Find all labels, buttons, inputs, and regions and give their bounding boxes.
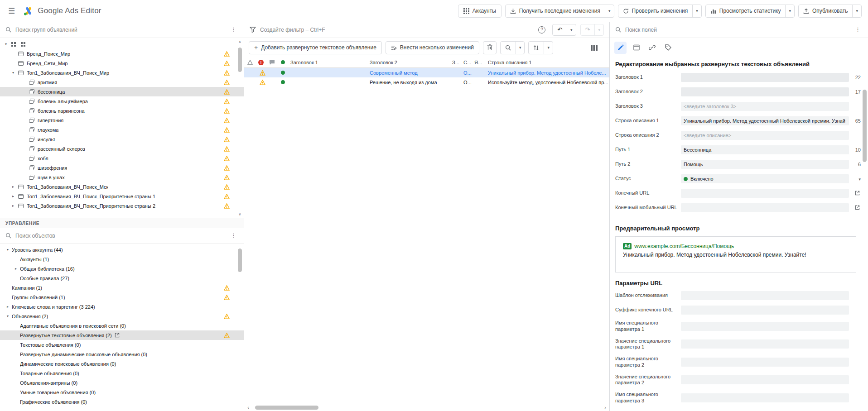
hamburger-menu-icon[interactable]: ☰ <box>6 5 17 17</box>
open-url-button[interactable] <box>849 190 862 197</box>
find-button[interactable] <box>501 42 516 54</box>
management-tree-item[interactable]: Группы объявлений (1) <box>0 292 244 302</box>
add-text-ad-button[interactable]: + Добавить развернутое текстовое объявле… <box>249 41 382 54</box>
cell-h2[interactable]: Решение, не выходя из дома <box>367 80 449 85</box>
adgroup-tree-item[interactable]: ▸Топ1_Заболевания_ВЧ_Поиск_Приоритетные … <box>0 201 244 210</box>
warning-column-icon[interactable] <box>244 60 256 65</box>
adgroup-tree-item[interactable]: ▾ <box>0 39 244 49</box>
redo-caret[interactable]: ▾ <box>594 24 603 35</box>
scroll-down-icon[interactable]: ∨ <box>237 212 243 216</box>
management-tree-item[interactable]: Графические объявления (0) <box>0 397 244 406</box>
get-changes-button[interactable]: Получить последние изменения <box>506 5 605 17</box>
management-tree-item[interactable]: ▸Общая библиотека (16) <box>0 264 244 273</box>
scrollbar-thumb[interactable] <box>238 48 242 72</box>
field-input-строка-описания-2[interactable]: <введите описание> <box>681 131 849 140</box>
collapse-arrow-icon[interactable]: ▾ <box>4 314 12 318</box>
fields-search-input[interactable]: Поиск полей <box>625 27 657 33</box>
adgroup-tree-item[interactable]: рассеянный склероз <box>0 144 244 153</box>
objects-search-menu-icon[interactable]: ⋮ <box>229 232 238 239</box>
adgroup-tree-item[interactable]: ▾Топ1_Заболевания_ВЧ_Поиск_Мир <box>0 68 244 77</box>
field-input-заголовок-2[interactable] <box>681 87 849 96</box>
field-input[interactable] <box>681 393 849 402</box>
adgroup-tree-item[interactable]: ▸Топ1_Заболевания_ВЧ_Поиск_Приоритетные … <box>0 191 244 201</box>
scrollbar-thumb[interactable] <box>863 90 867 162</box>
open-url-button[interactable] <box>849 205 862 211</box>
status-dropdown-caret[interactable]: ▾ <box>849 176 862 182</box>
tab-edit[interactable] <box>614 42 627 54</box>
field-input[interactable] <box>681 306 849 315</box>
adgroup-tree-item[interactable]: болезнь паркинсона <box>0 106 244 115</box>
column-header-headline2[interactable]: Заголовок 2 <box>367 60 449 65</box>
view-stats-caret[interactable]: ▾ <box>785 5 794 17</box>
detail-scrollbar[interactable] <box>862 22 868 411</box>
check-changes-button[interactable]: Проверить изменения <box>618 5 693 17</box>
management-tree-item[interactable]: ▾Уровень аккаунта (44) <box>0 245 244 254</box>
sort-caret[interactable]: ▾ <box>544 42 553 54</box>
adgroup-tree-item[interactable]: болезнь альцгеймера <box>0 96 244 106</box>
cell-desc[interactable]: Уникальный прибор. Метод удостоенный Ноб… <box>485 70 609 76</box>
accounts-button[interactable]: Аккаунты <box>458 5 502 18</box>
check-changes-caret[interactable]: ▾ <box>692 5 701 17</box>
collapse-arrow-icon[interactable]: ▾ <box>2 42 10 46</box>
undo-caret[interactable]: ▾ <box>567 24 576 35</box>
field-input-путь-2[interactable]: Помощь <box>681 160 849 169</box>
publish-button[interactable]: Опубликовать <box>799 5 852 17</box>
error-column-icon[interactable]: ! <box>256 60 266 65</box>
filter-input[interactable]: Создайте фильтр – Ctrl+F <box>260 27 325 33</box>
adgroup-tree-item[interactable]: аритмия <box>0 77 244 87</box>
adgroup-tree-item[interactable]: шизофрения <box>0 163 244 172</box>
column-header-desc-trunc[interactable]: С... <box>461 60 472 65</box>
field-input-статус[interactable]: Включено <box>681 174 849 183</box>
management-tree-item[interactable]: Адаптивные объявления в поисковой сети (… <box>0 321 244 330</box>
expand-arrow-icon[interactable]: ▸ <box>9 185 17 189</box>
expand-arrow-icon[interactable]: ▸ <box>9 194 17 198</box>
management-tree-item[interactable]: Товарные объявления (0) <box>0 368 244 378</box>
management-tree-scrollbar[interactable] <box>237 247 243 408</box>
sort-button[interactable] <box>529 42 544 54</box>
status-column-icon[interactable] <box>278 60 288 64</box>
expand-arrow-icon[interactable]: ▸ <box>12 267 20 271</box>
columns-icon[interactable] <box>589 43 599 53</box>
column-header-headline3[interactable]: З... <box>449 60 461 65</box>
adgroup-tree-item[interactable]: хобл <box>0 153 244 163</box>
management-tree-item[interactable]: Кампании (1) <box>0 283 244 292</box>
comment-column-icon[interactable] <box>266 60 278 65</box>
management-tree-item[interactable]: ▸Ключевые слова и таргетинг (3 224) <box>0 302 244 311</box>
adgroup-tree-item[interactable]: Бренд_Сети_Мир <box>0 58 244 68</box>
field-input[interactable] <box>681 291 849 300</box>
cell-h2[interactable]: Современный метод <box>367 70 449 76</box>
scrollbar-thumb[interactable] <box>255 406 318 410</box>
publish-caret[interactable]: ▾ <box>852 5 861 17</box>
ad-table-row[interactable]: Современный методО...Уникальный прибор. … <box>244 68 609 77</box>
collapse-arrow-icon[interactable]: ▾ <box>9 71 17 75</box>
redo-button[interactable]: ↷ <box>581 24 595 35</box>
adgroup-tree-item[interactable]: инсульт <box>0 134 244 144</box>
bulk-edit-button[interactable]: Внести несколько изменений <box>386 41 479 54</box>
tab-cards[interactable] <box>630 42 642 54</box>
adgroup-tree-item[interactable]: бессонница <box>0 87 244 96</box>
horizontal-scrollbar[interactable]: ‹ › <box>244 404 609 411</box>
adgroup-search-input[interactable]: Поиск групп объявлений <box>15 27 77 33</box>
objects-search-input[interactable]: Поиск объектов <box>15 233 55 239</box>
scroll-up-icon[interactable]: ∧ <box>237 40 243 44</box>
fields-search-menu-icon[interactable]: ⋮ <box>853 26 863 33</box>
management-tree-item[interactable]: Текстовые объявления (0) <box>0 340 244 349</box>
collapse-arrow-icon[interactable]: ▾ <box>4 248 12 252</box>
scroll-right-icon[interactable]: › <box>602 405 608 410</box>
cell-c4t[interactable]: О... <box>461 70 472 76</box>
help-icon[interactable]: ? <box>538 26 545 33</box>
get-changes-caret[interactable]: ▾ <box>605 5 614 17</box>
column-header-label-trunc[interactable]: Я... <box>472 60 485 65</box>
management-tree-item[interactable]: Объявления-витрины (0) <box>0 378 244 387</box>
adgroup-search-menu-icon[interactable]: ⋮ <box>229 26 238 33</box>
management-tree-item[interactable]: Развернутые динамические поисковые объяв… <box>0 349 244 359</box>
adgroup-tree-item[interactable]: глаукома <box>0 125 244 134</box>
scrollbar-thumb[interactable] <box>238 249 242 272</box>
column-header-description1[interactable]: Строка описания 1 <box>485 60 609 65</box>
field-input[interactable] <box>681 339 849 349</box>
column-header-headline1[interactable]: Заголовок 1 <box>288 60 367 65</box>
delete-button[interactable] <box>483 41 497 54</box>
field-input[interactable] <box>681 322 849 331</box>
find-caret[interactable]: ▾ <box>516 42 525 54</box>
adgroup-tree-scrollbar[interactable]: ∧ ∨ <box>237 40 243 216</box>
